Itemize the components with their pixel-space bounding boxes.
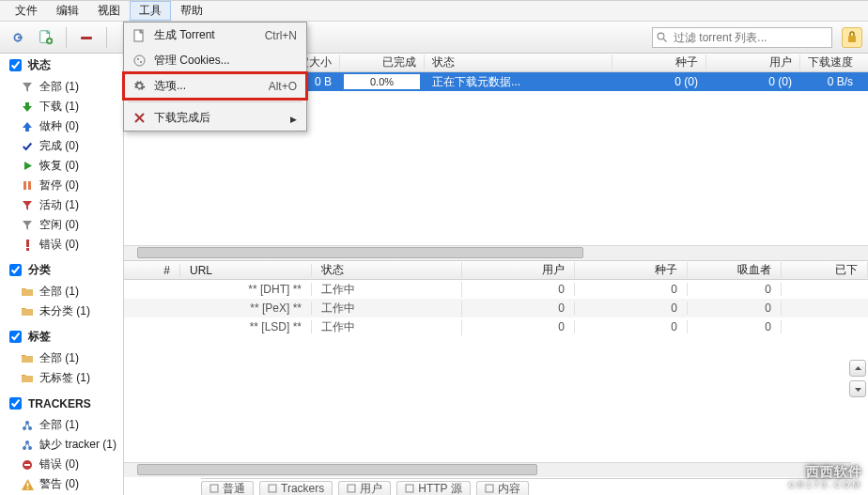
- sidebar-item[interactable]: 空闲 (0): [0, 215, 123, 235]
- sidebar-item[interactable]: 错误 (0): [0, 455, 123, 474]
- sidebar-item-label: 错误 (0): [39, 237, 79, 253]
- bottom-tab[interactable]: Trackers: [259, 481, 333, 495]
- group-checkbox[interactable]: [9, 397, 22, 410]
- sidebar-item[interactable]: 全部 (1): [0, 348, 123, 368]
- menu-on-complete[interactable]: 下载完成后: [124, 105, 306, 131]
- sidebar-item[interactable]: 无标签 (1): [0, 368, 123, 388]
- tcol-leech[interactable]: 吸血者: [688, 262, 782, 278]
- sidebar-item-label: 警告 (0): [39, 476, 79, 492]
- sidebar-item[interactable]: 警告 (0): [0, 474, 123, 494]
- col-seeds[interactable]: 种子: [612, 54, 706, 70]
- sidebar-item[interactable]: 暂停 (0): [0, 176, 123, 195]
- folder-icon: [21, 353, 34, 364]
- bottom-tab[interactable]: HTTP 源: [396, 481, 470, 495]
- tcol-done[interactable]: 已下: [782, 262, 868, 278]
- tcol-seeds[interactable]: 种子: [575, 262, 688, 278]
- group-header[interactable]: 标签: [0, 325, 123, 348]
- filter-input[interactable]: [672, 30, 828, 45]
- tcell-status: 工作中: [312, 282, 462, 298]
- sidebar-item[interactable]: 全部 (1): [0, 282, 123, 302]
- torrent-hscrollbar[interactable]: [124, 245, 868, 260]
- tab-label: Trackers: [281, 482, 324, 495]
- add-torrent-button[interactable]: [34, 25, 58, 50]
- group-checkbox[interactable]: [9, 331, 22, 343]
- svg-rect-11: [26, 240, 29, 247]
- group-header[interactable]: TRACKERS: [0, 392, 123, 415]
- col-done[interactable]: 已完成: [340, 54, 425, 70]
- pane-nav-buttons: [849, 360, 866, 397]
- search-icon: [657, 32, 668, 43]
- tcol-num[interactable]: #: [124, 264, 180, 277]
- trackers-hscrollbar[interactable]: [124, 462, 851, 477]
- svg-rect-10: [28, 181, 31, 190]
- sidebar-item-label: 空闲 (0): [39, 217, 79, 233]
- group-title: 状态: [28, 57, 51, 73]
- filter-searchbox[interactable]: [652, 27, 832, 48]
- tcell-url: ** [DHT] **: [180, 283, 312, 296]
- group-title: TRACKERS: [28, 397, 91, 410]
- sidebar-item[interactable]: 完成 (0): [0, 136, 123, 156]
- bottom-tab[interactable]: 内容: [476, 481, 529, 495]
- menu-options[interactable]: 选项... Alt+O: [124, 73, 306, 99]
- bottom-tab[interactable]: 普通: [201, 481, 254, 495]
- sidebar-item[interactable]: 下载 (1): [0, 97, 123, 116]
- sidebar-item[interactable]: 全部 (1): [0, 415, 123, 435]
- col-status[interactable]: 状态: [425, 54, 612, 70]
- lock-button[interactable]: [842, 27, 862, 48]
- tab-icon: [209, 484, 219, 493]
- open-file-button[interactable]: [6, 25, 30, 50]
- tab-icon: [485, 484, 494, 493]
- sidebar-item[interactable]: 做种 (0): [0, 116, 123, 136]
- menu-separator: [128, 101, 302, 102]
- col-peers[interactable]: 用户: [706, 54, 800, 70]
- watermark-line2: CR173.COM: [788, 478, 862, 491]
- up-icon: [21, 121, 34, 132]
- menu-view[interactable]: 视图: [88, 1, 130, 21]
- chevron-down-icon: [854, 385, 862, 394]
- group-title: 标签: [28, 329, 51, 345]
- tcell-peers: 0: [462, 302, 575, 315]
- menu-tools[interactable]: 工具: [130, 1, 171, 21]
- group-checkbox[interactable]: [9, 264, 22, 276]
- tab-icon: [405, 484, 414, 493]
- col-dlspeed[interactable]: 下载速度: [800, 54, 868, 70]
- file-add-icon: [38, 29, 54, 46]
- label: 生成 Torrent: [154, 27, 257, 43]
- pane-down-button[interactable]: [849, 380, 866, 397]
- sidebar-item[interactable]: 全部 (1): [0, 77, 123, 97]
- sidebar-item[interactable]: 恢复 (0): [0, 156, 123, 176]
- trackers-row[interactable]: ** [PeX] **工作中000: [124, 299, 868, 317]
- menu-manage-cookies[interactable]: 管理 Cookies...: [124, 48, 306, 73]
- sidebar-item-label: 无标签 (1): [39, 370, 90, 386]
- svg-rect-22: [26, 487, 28, 489]
- group-header[interactable]: 分类: [0, 258, 123, 282]
- bottom-tab[interactable]: 用户: [338, 481, 391, 495]
- tcell-leech: 0: [688, 302, 782, 315]
- network-icon: [21, 440, 34, 451]
- tcol-url[interactable]: URL: [180, 264, 312, 277]
- svg-rect-23: [210, 485, 218, 492]
- menu-file[interactable]: 文件: [6, 1, 47, 21]
- group-header[interactable]: 状态: [0, 54, 123, 77]
- svg-rect-9: [23, 181, 26, 190]
- svg-rect-6: [81, 37, 92, 39]
- menu-help[interactable]: 帮助: [171, 1, 212, 21]
- pane-up-button[interactable]: [849, 360, 866, 377]
- tcol-peers[interactable]: 用户: [462, 262, 575, 278]
- menu-edit[interactable]: 编辑: [47, 1, 88, 21]
- svg-point-3: [140, 61, 142, 63]
- tcol-status[interactable]: 状态: [312, 262, 462, 278]
- sidebar-item[interactable]: 活动 (1): [0, 195, 123, 215]
- sidebar-item[interactable]: 未分类 (1): [0, 302, 123, 321]
- trackers-row[interactable]: ** [DHT] **工作中000: [124, 280, 868, 299]
- svg-rect-20: [24, 464, 30, 466]
- sidebar-item[interactable]: 错误 (0): [0, 235, 123, 255]
- group-checkbox[interactable]: [9, 59, 22, 71]
- label: 下载完成后: [154, 110, 283, 126]
- filter-icon: [21, 82, 34, 93]
- link-icon: [9, 29, 26, 46]
- trackers-row[interactable]: ** [LSD] **工作中000: [124, 317, 868, 336]
- remove-button[interactable]: [74, 25, 99, 50]
- menu-create-torrent[interactable]: 生成 Torrent Ctrl+N: [124, 23, 306, 48]
- sidebar-item[interactable]: 缺少 tracker (1): [0, 435, 123, 455]
